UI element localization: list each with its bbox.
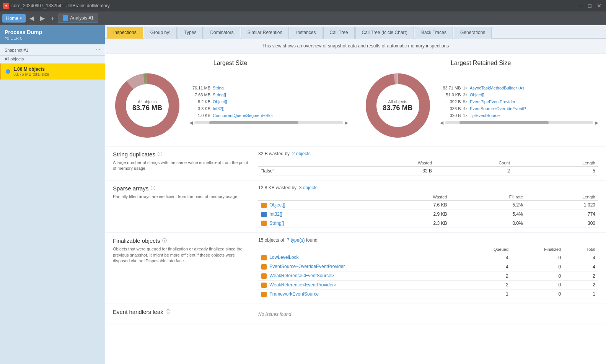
chart-item-link[interactable]: String[] — [213, 93, 226, 97]
tab-bar: Inspections Group by: Types Dominators S… — [105, 25, 606, 39]
type-icon — [261, 273, 267, 279]
type-icon — [261, 203, 267, 208]
col-value — [258, 159, 344, 167]
maximize-button[interactable]: □ — [587, 3, 593, 9]
type-link[interactable]: LowLevelLock — [269, 255, 298, 260]
chart-item-link[interactable]: String — [213, 86, 224, 90]
toolbar: Home ▾ ◀ ▶ + Analysis #1 — [0, 11, 606, 25]
sparse-col-name — [258, 193, 373, 201]
sparse-arrays-section: Sparse arrays ⓘ Partially filled arrays … — [105, 180, 606, 233]
cell-name: String[] — [258, 219, 373, 228]
minimize-button[interactable]: ─ — [578, 3, 585, 9]
nav-forward-button[interactable]: ▶ — [38, 14, 47, 23]
cell-wasted: 7.6 KB — [373, 201, 450, 210]
donut-size: All objects 83.76 MB — [113, 71, 182, 140]
tab-dominators[interactable]: Dominators — [204, 27, 240, 39]
type-link[interactable]: WeakReference<EventProvider> — [269, 282, 336, 288]
cell-wasted: 2.9 KB — [373, 210, 450, 219]
event-handlers-section: Event handlers leak ⓘ No issues found — [105, 304, 606, 325]
type-link[interactable]: WeakReference<EventSource> — [269, 273, 334, 278]
chart-item-link[interactable]: AsyncTaskMethodBuilder+As — [470, 86, 525, 90]
type-link[interactable]: EventSource+OverrideEventProvider — [269, 264, 345, 269]
tab-generations[interactable]: Generations — [454, 27, 492, 39]
tab-inspections[interactable]: Inspections — [107, 27, 143, 39]
donut-label-size: All objects 83.76 MB — [132, 99, 162, 112]
cell-length: 300 — [526, 219, 598, 228]
chart-prev-button[interactable]: ◀ — [189, 120, 193, 125]
close-button[interactable]: ✕ — [595, 3, 603, 9]
type-link[interactable]: Int32[] — [269, 211, 282, 217]
sidebar-process-header[interactable]: Process Dump #0 CLR 0 — [0, 25, 105, 44]
tab-similar-retention[interactable]: Similar Retention — [241, 27, 289, 39]
chart-scrollbar-retained[interactable] — [445, 121, 594, 124]
chart-item-link[interactable]: EventSource+OverrideEventP — [470, 106, 526, 111]
type-link[interactable]: FrameworkEventSource — [269, 291, 319, 297]
donut-retained: All objects 83.76 MB — [363, 71, 432, 140]
chart-content-retained: All objects 83.76 MB 83.71 MB 1× AsyncTa… — [363, 71, 599, 140]
event-left: Event handlers leak ⓘ — [113, 309, 251, 320]
content-scroll[interactable]: This view shows an overview of snapshot … — [105, 39, 606, 364]
finalizable-info-icon[interactable]: ⓘ — [162, 237, 167, 244]
finalizable-link[interactable]: 7 type(s) — [287, 237, 305, 243]
tab-types[interactable]: Types — [178, 27, 203, 39]
tab-call-tree-icicle[interactable]: Call Tree (Icicle Chart) — [355, 27, 414, 39]
process-sub: #0 CLR 0 — [5, 36, 100, 41]
home-arrow-icon: ▾ — [20, 16, 22, 20]
string-dup-title: String duplicates ⓘ — [113, 151, 251, 158]
string-dup-header: String duplicates ⓘ — [113, 151, 251, 158]
col-wasted: Wasted — [344, 159, 435, 167]
type-link[interactable]: String[] — [269, 221, 284, 226]
chart-items-retained: 83.71 MB 1× AsyncTaskMethodBuilder+As 51… — [440, 86, 599, 125]
chart-scrollbar[interactable] — [194, 121, 343, 124]
finalizable-table: Queued Finalized Total LowLevelLock — [258, 246, 598, 299]
event-info-icon[interactable]: ⓘ — [166, 309, 170, 315]
fin-col-name — [258, 246, 463, 253]
chart-item-link[interactable]: Object[] — [213, 99, 227, 104]
add-tab-button[interactable]: + — [49, 14, 57, 23]
finalizable-header: Finalizable objects ⓘ — [113, 237, 251, 244]
sparse-table: Wasted Fill rate Length Object[] — [258, 193, 598, 228]
tab-groupby[interactable]: Group by: — [144, 27, 177, 39]
chart-next-button[interactable]: ▶ — [345, 120, 348, 125]
tab-back-traces[interactable]: Back Traces — [415, 27, 453, 39]
table-row: LowLevelLock 4 0 4 — [258, 253, 598, 262]
chart-item-link[interactable]: ConcurrentQueueSegment+Slot — [213, 113, 273, 118]
sparse-info-icon[interactable]: ⓘ — [151, 185, 155, 192]
cell-fillrate: 0.0% — [450, 219, 526, 228]
finalizable-desc: Objects that were queued for finalizatio… — [113, 246, 251, 264]
table-row: EventSource+OverrideEventProvider 4 0 4 — [258, 262, 598, 271]
sparse-link[interactable]: 3 objects — [299, 185, 318, 190]
largest-size-title: Largest Size — [113, 60, 348, 67]
window-title: core_20240907_133254 – JetBrains dotMemo… — [11, 3, 110, 8]
sparse-col-wasted: Wasted — [373, 193, 450, 201]
tab-call-tree[interactable]: Call Tree — [323, 27, 355, 39]
string-dup-desc: A large number of strings with the same … — [113, 160, 251, 172]
table-row: Int32[] 2.9 KB 5.4% 774 — [258, 210, 598, 219]
snapshot-icon: ⋯ — [96, 47, 100, 52]
home-button[interactable]: Home ▾ — [2, 14, 26, 23]
tab-instances[interactable]: Instances — [290, 27, 322, 39]
chart-item-link[interactable]: TplEventSource — [470, 113, 500, 118]
info-icon[interactable]: ⓘ — [158, 151, 162, 158]
cell-name: EventSource+OverrideEventProvider — [258, 262, 463, 271]
chart-nav-retained: ◀ ▶ — [440, 120, 599, 125]
type-icon — [261, 292, 267, 297]
chart-prev-button-retained[interactable]: ◀ — [440, 120, 443, 125]
chart-item-link[interactable]: Object[] — [470, 93, 484, 97]
analysis-tab[interactable]: Analysis #1 — [58, 13, 98, 23]
type-link[interactable]: Object[] — [269, 202, 285, 208]
cell-value: "false" — [258, 167, 344, 176]
string-dup-link[interactable]: 2 objects — [292, 151, 311, 156]
chart-item-link[interactable]: Int32[] — [213, 106, 225, 111]
string-dup-table: Wasted Count Length "false" 32 B 2 — [258, 159, 598, 176]
sparse-header: Sparse arrays ⓘ — [113, 185, 251, 192]
chart-next-button-retained[interactable]: ▶ — [595, 120, 598, 125]
charts-section: Largest Size All objects — [105, 54, 606, 146]
nav-back-button[interactable]: ◀ — [27, 14, 36, 23]
finalizable-body: Finalizable objects ⓘ Objects that were … — [113, 237, 598, 299]
sidebar-item-objects[interactable]: 1.00 M objects 83.76 MB total size — [0, 63, 105, 80]
cell-length: 1,020 — [526, 201, 598, 210]
chart-item-link[interactable]: EventPipeEventProvider — [470, 99, 515, 104]
string-duplicates-body: String duplicates ⓘ A large number of st… — [113, 151, 598, 176]
sparse-left: Sparse arrays ⓘ Partially filled arrays … — [113, 185, 251, 228]
